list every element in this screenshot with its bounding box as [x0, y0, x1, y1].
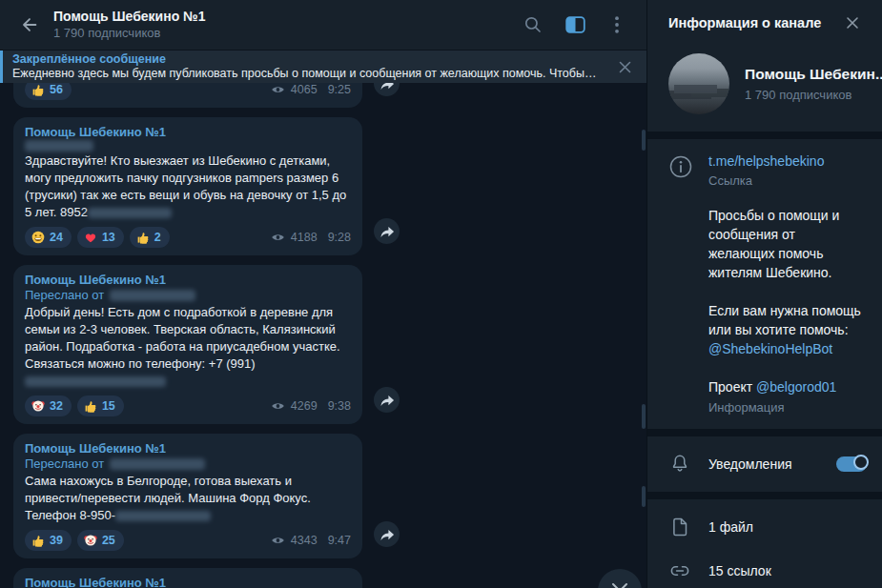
- views-eye-icon: [271, 401, 285, 411]
- toggle-panel-button[interactable]: [559, 9, 591, 41]
- chat-header: Помощь Шебекино №1 1 790 подписчиков: [0, 0, 646, 50]
- pinned-preview-text: Ежедневно здесь мы будем публиковать про…: [12, 67, 599, 81]
- forward-button[interactable]: [374, 521, 400, 547]
- link-icon: [668, 559, 691, 582]
- views-eye-icon: [271, 85, 285, 94]
- reaction-chip[interactable]: 2: [130, 227, 170, 248]
- search-button[interactable]: [517, 9, 549, 41]
- chat-title: Помощь Шебекино №1: [53, 9, 517, 25]
- reaction-count: 2: [154, 231, 161, 244]
- reaction-chip[interactable]: 25: [77, 530, 124, 551]
- forward-button[interactable]: [374, 218, 400, 244]
- thumb-emoji-icon: [84, 399, 97, 413]
- message-row: Помощь Шебекино №1 Здравствуйте! Кто вые…: [13, 117, 646, 255]
- message-time: 9:28: [328, 231, 351, 244]
- reaction-chip[interactable]: 13: [77, 227, 124, 248]
- message-author[interactable]: Помощь Шебекино №1: [25, 272, 351, 288]
- project-link[interactable]: @belgorod01: [756, 379, 836, 395]
- files-row[interactable]: 1 файл: [647, 505, 882, 549]
- reaction-chip[interactable]: 56: [25, 83, 72, 100]
- thumb-emoji-icon: [31, 534, 45, 547]
- reaction-chip[interactable]: 39: [25, 530, 72, 551]
- redacted-phone: [115, 511, 211, 521]
- message-meta: 4188 9:28: [271, 231, 351, 244]
- pinned-message-bar[interactable]: Закреплённое сообщение Ежедневно здесь м…: [0, 50, 646, 83]
- chat-scrollbar[interactable]: [642, 404, 646, 429]
- notifications-toggle[interactable]: [836, 456, 867, 472]
- panel-close-button[interactable]: [838, 9, 867, 37]
- links-count: 15 ссылок: [708, 563, 867, 578]
- forwarded-from-line: Переслано от: [25, 456, 351, 472]
- notifications-label: Уведомления: [708, 456, 836, 472]
- reaction-chip[interactable]: 24: [25, 227, 72, 248]
- message-author[interactable]: Помощь Шебекино №1: [25, 575, 351, 588]
- back-arrow-icon: [19, 14, 40, 35]
- message-bubble[interactable]: 56 4065 9:25: [13, 83, 362, 108]
- forward-button[interactable]: [374, 83, 400, 96]
- message-text: Сама нахожусь в Белгороде, готова выехат…: [25, 473, 351, 524]
- message-author[interactable]: Помощь Шебекино №1: [25, 124, 351, 140]
- share-arrow-icon: [379, 224, 395, 239]
- reaction-count: 32: [50, 399, 63, 413]
- message-time: 9:25: [328, 83, 351, 96]
- message-list: 56 4065 9:25: [0, 83, 646, 588]
- message-bubble[interactable]: Помощь Шебекино №1 Здравствуйте! Кто вые…: [13, 117, 362, 255]
- menu-button[interactable]: [601, 9, 633, 41]
- panel-header: Информация о канале: [647, 0, 882, 46]
- reaction-chip[interactable]: 32: [25, 395, 72, 416]
- notifications-section: Уведомления: [647, 436, 882, 492]
- message-meta: 4269 9:38: [271, 399, 351, 413]
- file-icon: [668, 516, 691, 538]
- channel-name: Помощь Шебекин...: [745, 65, 867, 84]
- reaction-count: 39: [50, 534, 63, 547]
- close-icon: [845, 15, 860, 30]
- heart-emoji-icon: [84, 231, 97, 244]
- description-paragraph: Просьбы о помощи и сообщения от желающих…: [708, 206, 865, 282]
- forwarded-from-line: Переслано от: [25, 288, 351, 303]
- message-text: Добрый день! Есть дом с подработкой в де…: [25, 304, 351, 390]
- channel-link[interactable]: t.me/helpshebekino: [708, 152, 824, 170]
- search-icon: [523, 15, 543, 34]
- links-row[interactable]: 15 ссылок: [647, 549, 882, 588]
- views-count: 4343: [291, 534, 318, 547]
- back-button[interactable]: [13, 9, 46, 41]
- grin-emoji-icon: [31, 231, 45, 244]
- reaction-chip[interactable]: 15: [77, 395, 124, 416]
- pinned-close-button[interactable]: [608, 51, 641, 83]
- description-paragraph: Если вам нужна помощь или вы хотите помо…: [708, 301, 865, 358]
- channel-subscribers: 1 790 подписчиков: [745, 87, 867, 103]
- chat-title-block[interactable]: Помощь Шебекино №1 1 790 подписчиков: [53, 9, 517, 41]
- section-divider: [647, 429, 882, 436]
- channel-profile: Помощь Шебекин... 1 790 подписчиков: [647, 46, 882, 132]
- files-count: 1 файл: [708, 519, 867, 535]
- redacted-sender: [25, 140, 93, 152]
- views-count: 4065: [291, 83, 318, 96]
- message-text: Здравствуйте! Кто выезжает из Шебекино с…: [25, 152, 351, 221]
- message-bubble[interactable]: Помощь Шебекино №1 Переслано от Добрый д…: [13, 265, 362, 424]
- section-divider: [647, 492, 882, 499]
- redacted-phone: [25, 376, 166, 387]
- message-bubble[interactable]: Помощь Шебекино №1 Переслано от Сама нах…: [13, 434, 362, 558]
- message-bubble[interactable]: Помощь Шебекино №1 Переслано от Приглаша…: [13, 568, 362, 588]
- channel-info-panel: Информация о канале Помощь Шебекин... 1 …: [646, 0, 882, 588]
- share-arrow-icon: [379, 393, 395, 408]
- pinned-texts: Закреплённое сообщение Ежедневно здесь м…: [3, 50, 608, 84]
- message-author[interactable]: Помощь Шебекино №1: [25, 440, 351, 456]
- reaction-count: 25: [102, 534, 115, 547]
- message-row: Помощь Шебекино №1 Переслано от Сама нах…: [13, 434, 646, 558]
- thumb-emoji-icon: [136, 231, 150, 244]
- kebab-menu-icon: [615, 16, 619, 33]
- views-eye-icon: [271, 536, 285, 545]
- description-label: Информация: [708, 398, 865, 417]
- notifications-row[interactable]: Уведомления: [647, 442, 882, 486]
- message-meta: 4343 9:47: [271, 534, 351, 547]
- message-row: Помощь Шебекино №1 Переслано от Приглаша…: [13, 568, 646, 588]
- forwarded-from-line: [25, 140, 351, 152]
- bot-link[interactable]: @ShebekinoHelpBot: [708, 341, 832, 356]
- message-time: 9:47: [328, 534, 351, 547]
- channel-avatar[interactable]: [668, 53, 729, 114]
- message-meta: 4065 9:25: [271, 83, 351, 96]
- chat-scrollbar[interactable]: [642, 486, 646, 507]
- chat-scrollbar[interactable]: [642, 130, 646, 151]
- forward-button[interactable]: [374, 387, 400, 413]
